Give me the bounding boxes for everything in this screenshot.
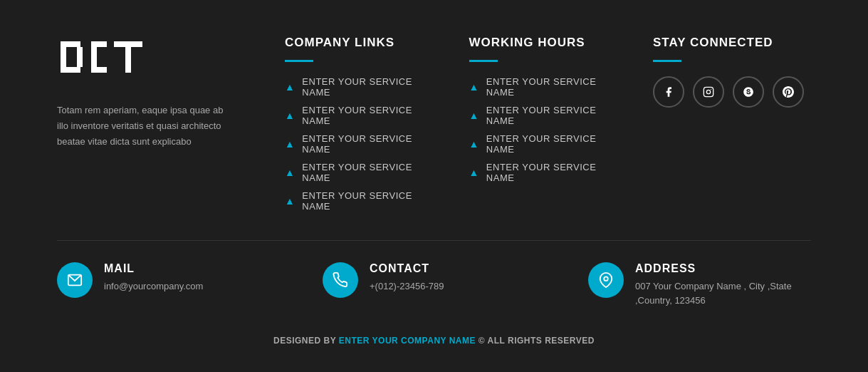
working-hours-underline bbox=[469, 60, 498, 62]
copyright-prefix: DESIGNED BY bbox=[273, 336, 336, 346]
pin-icon-wh-4: ▲ bbox=[469, 167, 479, 178]
copyright-suffix: © ALL RIGHTS RESERVED bbox=[479, 336, 595, 346]
mail-value: info@yourcompany.com bbox=[104, 279, 203, 294]
working-hour-2[interactable]: ▲ ENTER YOUR SERVICE NAME bbox=[469, 105, 611, 126]
working-hour-4[interactable]: ▲ ENTER YOUR SERVICE NAME bbox=[469, 162, 611, 183]
pin-icon-wh-1: ▲ bbox=[469, 81, 479, 93]
svg-rect-3 bbox=[77, 47, 83, 67]
footer-description: Totam rem aperiam, eaque ipsa quae ab il… bbox=[57, 103, 228, 150]
address-info: ADDRESS 007 Your Company Name , City ,St… bbox=[635, 262, 811, 307]
social-icons bbox=[653, 76, 804, 108]
working-hours-list: ▲ ENTER YOUR SERVICE NAME ▲ ENTER YOUR S… bbox=[469, 76, 611, 183]
pin-icon-1: ▲ bbox=[285, 81, 295, 93]
company-link-4[interactable]: ▲ ENTER YOUR SERVICE NAME bbox=[285, 162, 427, 183]
skype-icon[interactable] bbox=[733, 76, 764, 108]
footer-bottom: MAIL info@yourcompany.com CONTACT +(012)… bbox=[0, 241, 868, 329]
pin-icon-wh-2: ▲ bbox=[469, 110, 479, 121]
working-hour-1[interactable]: ▲ ENTER YOUR SERVICE NAME bbox=[469, 76, 611, 98]
pin-icon-5: ▲ bbox=[285, 195, 295, 207]
working-hours-col: WORKING HOURS ▲ ENTER YOUR SERVICE NAME … bbox=[462, 36, 618, 212]
company-link-5[interactable]: ▲ ENTER YOUR SERVICE NAME bbox=[285, 190, 427, 212]
address-value: 007 Your Company Name , City ,State ,Cou… bbox=[635, 279, 811, 307]
copyright-company[interactable]: ENTER YOUR COMPANY NAME bbox=[339, 336, 476, 346]
pin-icon-3: ▲ bbox=[285, 138, 295, 150]
stay-connected-title: STAY CONNECTED bbox=[653, 36, 804, 50]
contact-label: CONTACT bbox=[370, 262, 444, 275]
mail-contact: MAIL info@yourcompany.com bbox=[57, 262, 280, 298]
footer-top: Totam rem aperiam, eaque ipsa quae ab il… bbox=[0, 0, 868, 240]
svg-rect-1 bbox=[61, 41, 80, 47]
mail-label: MAIL bbox=[104, 262, 203, 275]
working-hours-title: WORKING HOURS bbox=[469, 36, 611, 50]
contact-info: CONTACT +(012)-23456-789 bbox=[370, 262, 444, 294]
mail-info: MAIL info@yourcompany.com bbox=[104, 262, 203, 294]
facebook-icon[interactable] bbox=[653, 76, 684, 108]
company-links-list: ▲ ENTER YOUR SERVICE NAME ▲ ENTER YOUR S… bbox=[285, 76, 427, 212]
svg-point-10 bbox=[706, 90, 710, 93]
instagram-icon[interactable] bbox=[693, 76, 724, 108]
pinterest-icon[interactable] bbox=[773, 76, 804, 108]
svg-rect-6 bbox=[91, 41, 97, 73]
company-links-col: COMPANY LINKS ▲ ENTER YOUR SERVICE NAME … bbox=[278, 36, 434, 212]
svg-rect-2 bbox=[61, 67, 80, 73]
stay-connected-col: STAY CONNECTED bbox=[646, 36, 811, 212]
pin-icon-4: ▲ bbox=[285, 167, 295, 178]
logo bbox=[57, 36, 150, 81]
svg-rect-8 bbox=[125, 47, 131, 73]
footer-copyright: DESIGNED BY ENTER YOUR COMPANY NAME © AL… bbox=[0, 329, 868, 358]
company-links-underline bbox=[285, 60, 313, 62]
address-icon-circle bbox=[588, 262, 624, 298]
svg-point-13 bbox=[604, 277, 608, 281]
contact-value: +(012)-23456-789 bbox=[370, 279, 444, 294]
phone-icon-circle bbox=[323, 262, 358, 298]
address-label: ADDRESS bbox=[635, 262, 811, 275]
company-link-3[interactable]: ▲ ENTER YOUR SERVICE NAME bbox=[285, 133, 427, 155]
pin-icon-2: ▲ bbox=[285, 110, 295, 121]
address-contact: ADDRESS 007 Your Company Name , City ,St… bbox=[588, 262, 811, 307]
phone-contact: CONTACT +(012)-23456-789 bbox=[323, 262, 545, 298]
svg-rect-9 bbox=[704, 87, 713, 96]
company-links-title: COMPANY LINKS bbox=[285, 36, 427, 50]
svg-rect-7 bbox=[114, 41, 142, 47]
stay-connected-underline bbox=[653, 60, 681, 62]
pin-icon-wh-3: ▲ bbox=[469, 138, 479, 150]
svg-point-11 bbox=[711, 89, 711, 90]
logo-section: Totam rem aperiam, eaque ipsa quae ab il… bbox=[57, 36, 249, 212]
company-link-1[interactable]: ▲ ENTER YOUR SERVICE NAME bbox=[285, 76, 427, 98]
mail-icon-circle bbox=[57, 262, 93, 298]
working-hour-3[interactable]: ▲ ENTER YOUR SERVICE NAME bbox=[469, 133, 611, 155]
company-link-2[interactable]: ▲ ENTER YOUR SERVICE NAME bbox=[285, 105, 427, 126]
